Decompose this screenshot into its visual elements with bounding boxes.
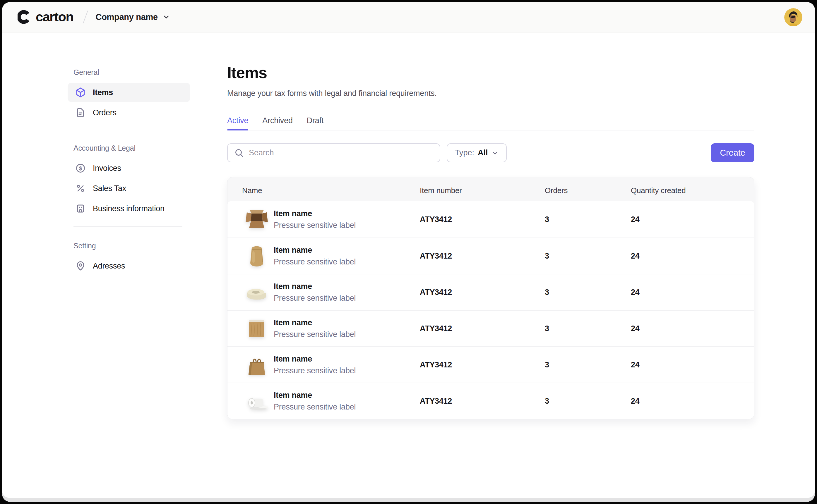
building-icon <box>75 203 86 214</box>
sidebar-item-invoices[interactable]: $ Invoices <box>68 159 190 178</box>
item-number-cell: ATY3412 <box>420 397 545 406</box>
search-input[interactable] <box>227 143 440 162</box>
padded-mailer-thumbnail <box>242 314 271 343</box>
table-row[interactable]: Item name Pressure sensitive label ATY34… <box>227 238 754 274</box>
main-panel: Items Manage your tax forms with legal a… <box>227 64 754 419</box>
sidebar-item-label: Sales Tax <box>93 184 126 193</box>
item-subtitle: Pressure sensitive label <box>274 366 356 375</box>
logo-wordmark: carton <box>36 9 73 25</box>
app-page: carton Company name <box>2 2 815 498</box>
quantity-created-cell: 24 <box>631 397 754 406</box>
sidebar-divider <box>73 226 182 227</box>
sidebar-item-business-information[interactable]: Business information <box>68 199 190 218</box>
items-table: Name Item number Orders Quantity created <box>227 177 754 419</box>
item-name: Item name <box>274 209 356 218</box>
percent-icon <box>75 183 86 194</box>
item-name: Item name <box>274 246 356 255</box>
app-window: carton Company name <box>2 2 815 502</box>
item-name: Item name <box>274 391 356 400</box>
chevron-down-icon <box>162 13 170 21</box>
label-roll-thumbnail <box>242 386 271 416</box>
name-cell: Item name Pressure sensitive label <box>242 278 420 307</box>
table-row[interactable]: Item name Pressure sensitive label ATY34… <box>227 274 754 310</box>
type-filter-value: All <box>478 148 488 157</box>
quantity-created-cell: 24 <box>631 215 754 224</box>
sidebar-item-label: Orders <box>93 108 116 117</box>
masking-tape-rolls-thumbnail <box>242 278 271 307</box>
quantity-created-cell: 24 <box>631 252 754 261</box>
table-header: Name Item number Orders Quantity created <box>227 177 754 204</box>
tab-draft[interactable]: Draft <box>307 116 324 130</box>
sidebar-section-general: General <box>68 68 190 77</box>
orders-cell: 3 <box>545 252 631 261</box>
name-lines: Item name Pressure sensitive label <box>274 355 356 375</box>
sidebar-item-label: Invoices <box>93 164 121 173</box>
item-name: Item name <box>274 282 356 291</box>
quantity-created-cell: 24 <box>631 324 754 333</box>
item-subtitle: Pressure sensitive label <box>274 294 356 303</box>
orders-cell: 3 <box>545 324 631 333</box>
item-number-cell: ATY3412 <box>420 360 545 369</box>
screenshot-frame: carton Company name <box>0 0 817 504</box>
orders-cell: 3 <box>545 288 631 297</box>
item-name: Item name <box>274 318 356 327</box>
carton-logo-icon <box>18 10 32 24</box>
orders-cell: 3 <box>545 397 631 406</box>
type-filter-dropdown[interactable]: Type: All <box>447 143 507 162</box>
column-header-orders: Orders <box>545 186 631 195</box>
item-name: Item name <box>274 355 356 364</box>
item-number-cell: ATY3412 <box>420 288 545 297</box>
sidebar-item-sales-tax[interactable]: Sales Tax <box>68 179 190 198</box>
company-name: Company name <box>96 12 158 22</box>
name-lines: Item name Pressure sensitive label <box>274 246 356 266</box>
table-row[interactable]: Item name Pressure sensitive label ATY34… <box>227 383 754 419</box>
svg-text:$: $ <box>79 166 82 171</box>
breadcrumb-separator <box>83 11 88 23</box>
controls-row: Type: All Create <box>227 143 754 162</box>
quantity-created-cell: 24 <box>631 288 754 297</box>
search-icon <box>234 148 244 158</box>
page-subtitle: Manage your tax forms with legal and fin… <box>227 89 754 98</box>
tab-bar: Active Archived Draft <box>227 116 754 130</box>
orders-cell: 3 <box>545 360 631 369</box>
orders-cell: 3 <box>545 215 631 224</box>
page-title: Items <box>227 64 754 81</box>
item-number-cell: ATY3412 <box>420 252 545 261</box>
name-lines: Item name Pressure sensitive label <box>274 282 356 303</box>
name-lines: Item name Pressure sensitive label <box>274 391 356 412</box>
table-row[interactable]: Item name Pressure sensitive label ATY34… <box>227 201 754 238</box>
column-header-name: Name <box>242 186 420 195</box>
name-cell: Item name Pressure sensitive label <box>242 205 420 234</box>
sidebar-section-setting: Setting <box>68 242 190 250</box>
company-selector[interactable]: Company name <box>96 12 170 22</box>
topbar: carton Company name <box>2 2 815 32</box>
sidebar-item-orders[interactable]: Orders <box>68 103 190 122</box>
table-row[interactable]: Item name Pressure sensitive label ATY34… <box>227 310 754 346</box>
kraft-pouch-thumbnail <box>242 241 271 271</box>
item-subtitle: Pressure sensitive label <box>274 402 356 412</box>
column-header-item-number: Item number <box>420 186 545 195</box>
open-cardboard-box-thumbnail <box>242 205 271 234</box>
item-number-cell: ATY3412 <box>420 215 545 224</box>
sidebar: General Items Orders <box>68 68 190 276</box>
sidebar-item-label: Adresses <box>93 262 125 271</box>
brand: carton <box>18 9 73 25</box>
name-cell: Item name Pressure sensitive label <box>242 386 420 416</box>
create-button[interactable]: Create <box>711 143 754 162</box>
tab-active[interactable]: Active <box>227 116 248 130</box>
item-subtitle: Pressure sensitive label <box>274 330 356 339</box>
table-row[interactable]: Item name Pressure sensitive label ATY34… <box>227 346 754 383</box>
content-area: General Items Orders <box>2 33 815 498</box>
sidebar-item-items[interactable]: Items <box>68 83 190 102</box>
tab-archived[interactable]: Archived <box>262 116 292 130</box>
sidebar-divider <box>73 129 182 129</box>
name-cell: Item name Pressure sensitive label <box>242 350 420 379</box>
name-lines: Item name Pressure sensitive label <box>274 209 356 230</box>
type-filter-label: Type: <box>455 148 474 157</box>
document-icon <box>75 107 86 118</box>
table-body: Item name Pressure sensitive label ATY34… <box>227 201 754 419</box>
user-avatar[interactable] <box>784 8 802 26</box>
sidebar-item-adresses[interactable]: Adresses <box>68 256 190 276</box>
item-subtitle: Pressure sensitive label <box>274 221 356 230</box>
name-cell: Item name Pressure sensitive label <box>242 241 420 271</box>
